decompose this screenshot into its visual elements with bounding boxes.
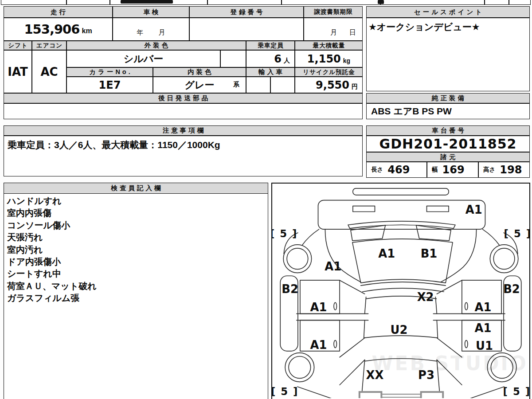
interior-color-value: グレー 系	[153, 77, 246, 93]
inspector-note: ハンドルすれ	[7, 195, 264, 207]
recycle-deposit-number: 9,550	[316, 79, 349, 91]
height-label: 高さ	[483, 166, 495, 174]
damage-diagram-box: WEB STUDIO.PRO A1A1B1A1X2B2B2A1A1U2A1A1U…	[271, 183, 530, 399]
genuine-equipment-value: ABS エアB PS PW	[366, 103, 530, 119]
sales-point-header: セールスポイント	[366, 6, 530, 18]
damage-code-rear-gate-left: XX	[366, 368, 384, 382]
cropped-cell	[282, 0, 380, 5]
inspector-note: ガラスフィルム張	[7, 292, 264, 304]
tire-grade-front-left: [ 5 ]	[272, 228, 297, 239]
chassis-header: 車台番号	[366, 125, 530, 136]
recycle-deposit-unit: 円	[352, 83, 358, 91]
imported-value-cell-2	[270, 77, 295, 93]
exterior-color-value: シルバー	[66, 50, 220, 67]
color-no-header: カラーNo.	[66, 67, 153, 77]
notes-body: 乗車定員：3人／6人、最大積載量：1150／1000Kg	[4, 136, 363, 176]
cropped-text-fragment	[378, 0, 384, 4]
max-load-number: 1,150	[307, 53, 341, 65]
damage-code-windshield-right: B1	[421, 247, 438, 260]
inspector-notes-list: ハンドルすれ室内内張傷コンソール傷小天張汚れ室内汚れドア内張傷小シートすれ中荷室…	[7, 195, 264, 305]
cropped-cell	[207, 0, 282, 5]
recycle-deposit-header: リサイクル預託金	[295, 67, 363, 77]
interior-color-name: グレー	[184, 78, 214, 92]
length-value: 469	[387, 164, 410, 176]
shift-value: IAT	[4, 50, 32, 93]
recycle-deposit-value: 9,550 円	[295, 77, 363, 93]
later-parts-header: 後日発送部品	[4, 93, 363, 103]
cropped-cell	[66, 0, 110, 5]
sales-point-text: ★オークションデビュー★	[367, 18, 529, 36]
deadline-day-label: 日	[349, 28, 356, 37]
inspector-note: 室内内張傷	[7, 207, 264, 219]
interior-color-suffix: 系	[233, 81, 239, 89]
shaken-month-label: 月	[159, 28, 165, 37]
auction-sheet: 走行 車検 登録番号 譲渡書類期限 153,906 km 年 月 月 日 シフト…	[0, 0, 532, 399]
cropped-cell	[485, 0, 509, 5]
tire-grade-rear-left: [ 5 ]	[272, 386, 298, 397]
damage-code-front-fender-left: A1	[325, 260, 341, 273]
inspector-note: コンソール傷小	[7, 219, 264, 231]
capacity-header: 乗車定員	[246, 41, 295, 50]
watermark: WEB STUDIO.PRO	[372, 352, 529, 375]
damage-code-roof-front: X2	[417, 290, 434, 304]
transfer-deadline-header: 譲渡書類期限	[304, 6, 363, 18]
inspector-header: 検査員記入欄	[4, 183, 268, 194]
deadline-month-label: 月	[330, 28, 337, 37]
damage-code-rear-door-right: A1	[475, 321, 492, 335]
aircon-value: AC	[32, 50, 66, 93]
cropped-text-fragment	[121, 0, 173, 4]
interior-color-header: 内装色	[153, 67, 246, 77]
chassis-value: GDH201-2011852	[366, 136, 530, 152]
height-value: 198	[500, 164, 522, 176]
cropped-cell	[509, 0, 531, 5]
inspector-note: 荷室ＡＵ、マット破れ	[7, 280, 264, 292]
car-top-view-diagram: WEB STUDIO.PRO A1A1B1A1X2B2B2A1A1U2A1A1U…	[272, 184, 529, 398]
genuine-equipment-header: 純正装備	[366, 93, 530, 103]
tire-grade-front-right: [ 5 ]	[504, 228, 529, 239]
shaken-value: 年 月	[113, 18, 189, 41]
max-load-value: 1,150 kg	[295, 50, 363, 67]
cropped-cell	[1, 0, 66, 5]
spec-width: 幅 169	[427, 162, 478, 178]
capacity-unit: 人	[284, 57, 290, 65]
inspector-note: 室内汚れ	[7, 244, 264, 256]
mileage-number: 153,906	[24, 22, 79, 37]
length-label: 長さ	[371, 166, 383, 174]
color-no-value: 1E7	[66, 77, 153, 93]
registration-value	[189, 18, 304, 41]
sales-point-body: ★オークションデビュー★	[366, 18, 530, 91]
spec-height: 高さ 198	[478, 162, 530, 178]
damage-code-quarter-right: U1	[476, 339, 493, 352]
mileage-unit: km	[82, 27, 92, 35]
later-parts-value	[4, 103, 363, 119]
damage-code-side-sill-right: B2	[503, 282, 520, 296]
capacity-number: 6	[274, 53, 282, 65]
exterior-color-extra-cell	[220, 50, 246, 67]
transfer-deadline-value: 月 日	[304, 18, 363, 41]
specs-header: 諸元	[366, 152, 530, 162]
inspector-note: 天張汚れ	[7, 231, 264, 243]
damage-code-front-door-left: A1	[310, 301, 327, 314]
damage-code-front-door-right: A1	[475, 301, 492, 314]
damage-code-front-panel-right: A1	[466, 203, 482, 216]
mileage-value: 153,906 km	[4, 18, 113, 41]
damage-code-rear-gate-right: P3	[418, 368, 434, 382]
exterior-color-header: 外装色	[66, 41, 246, 50]
damage-code-windshield-left: A1	[378, 247, 395, 260]
cropped-cell	[380, 0, 485, 5]
spec-length: 長さ 469	[366, 162, 427, 178]
notes-header: 注意事項欄	[4, 125, 363, 136]
shift-header: シフト	[4, 41, 32, 50]
aircon-header: エアコン	[32, 41, 66, 50]
shaken-year-label: 年	[137, 28, 144, 37]
width-label: 幅	[432, 166, 438, 174]
inspector-note: シートすれ中	[7, 268, 264, 280]
mileage-header: 走行	[4, 6, 113, 18]
max-load-header: 最大積載量	[295, 41, 363, 50]
damage-code-side-sill-left: B2	[282, 282, 298, 296]
imported-header: 輸入車	[246, 67, 295, 77]
width-value: 169	[442, 164, 465, 176]
max-load-unit: kg	[343, 57, 350, 64]
damage-code-rear-door-left: A1	[310, 338, 327, 352]
registration-header: 登録番号	[189, 6, 304, 18]
